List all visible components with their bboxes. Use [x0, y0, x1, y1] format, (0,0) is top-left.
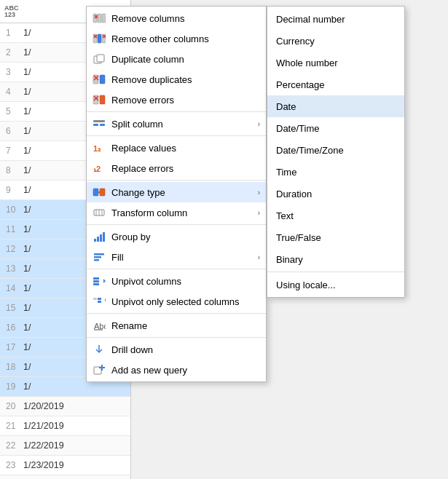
menu-divider [87, 111, 266, 112]
table-row: 201/20/2019 [0, 397, 130, 416]
unpivot-only-selected-label: Unpivot only selected columns [111, 296, 260, 307]
remove-other-columns-icon [93, 32, 106, 45]
table-row: 211/21/2019 [0, 416, 130, 436]
svg-rect-13 [97, 55, 104, 62]
datetimezone-label: Date/Time/Zone [276, 145, 344, 156]
true-false-label: True/False [276, 232, 321, 243]
svg-rect-34 [97, 237, 99, 242]
svg-rect-23 [93, 124, 98, 126]
unpivot-columns-label: Unpivot columns [111, 276, 260, 287]
menu-divider [87, 135, 266, 136]
menu-item-unpivot-only-selected[interactable]: Unpivot only selected columns [87, 291, 266, 312]
text-label: Text [276, 210, 294, 221]
split-column-label: Split column [111, 119, 252, 130]
drill-down-icon [93, 343, 106, 356]
menu-divider [87, 224, 266, 225]
svg-rect-19 [100, 95, 105, 104]
submenu-item-currency[interactable]: Currency [267, 30, 404, 52]
menu-item-unpivot-columns[interactable]: Unpivot columns [87, 271, 266, 291]
svg-rect-15 [100, 75, 105, 84]
menu-item-transform-column[interactable]: Transform column› [87, 202, 266, 223]
svg-rect-44 [98, 298, 101, 300]
svg-rect-38 [94, 256, 101, 258]
drill-down-label: Drill down [111, 344, 260, 355]
menu-item-group-by[interactable]: Group by [87, 226, 266, 247]
add-as-new-query-label: Add as new query [111, 365, 260, 376]
submenu-item-whole-number[interactable]: Whole number [267, 52, 404, 74]
submenu-arrow-icon: › [258, 120, 260, 128]
svg-rect-42 [93, 283, 99, 285]
percentage-label: Percentage [276, 79, 325, 90]
column-type-icon: ABC 123 [4, 5, 19, 18]
svg-rect-37 [94, 253, 104, 256]
rename-label: Rename [111, 320, 260, 331]
submenu-item-using-locale[interactable]: Using locale... [267, 274, 404, 296]
menu-divider [87, 337, 266, 338]
submenu-arrow-icon: › [258, 253, 260, 261]
rename-icon: Abc [93, 319, 106, 332]
transform-column-label: Transform column [111, 207, 252, 218]
change-type-icon [93, 186, 106, 199]
group-by-label: Group by [111, 231, 260, 242]
svg-text:Abc: Abc [94, 322, 106, 330]
menu-item-replace-values[interactable]: 1₂Replace values [87, 138, 266, 158]
svg-rect-41 [93, 280, 99, 282]
menu-item-fill[interactable]: Fill› [87, 247, 266, 267]
submenu-item-decimal-number[interactable]: Decimal number [267, 8, 404, 30]
context-menu[interactable]: Remove columnsRemove other columnsDuplic… [86, 6, 267, 382]
svg-rect-33 [94, 239, 96, 242]
menu-item-remove-errors[interactable]: Remove errors [87, 90, 266, 110]
remove-columns-icon [93, 12, 106, 25]
svg-rect-28 [100, 189, 105, 196]
menu-item-duplicate-column[interactable]: Duplicate column [87, 49, 266, 69]
fill-icon [93, 250, 106, 264]
submenu-item-percentage[interactable]: Percentage [267, 74, 404, 95]
submenu-item-text[interactable]: Text [267, 205, 404, 226]
svg-text:1₂: 1₂ [93, 144, 101, 153]
menu-item-remove-columns[interactable]: Remove columns [87, 8, 266, 28]
menu-item-remove-other-columns[interactable]: Remove other columns [87, 28, 266, 49]
svg-rect-27 [93, 189, 98, 196]
submenu-item-datetimezone[interactable]: Date/Time/Zone [267, 139, 404, 161]
submenu-item-datetime[interactable]: Date/Time [267, 117, 404, 139]
remove-duplicates-label: Remove duplicates [111, 74, 260, 85]
svg-rect-2 [102, 14, 106, 23]
submenu-change-type[interactable]: Decimal numberCurrencyWhole numberPercen… [267, 6, 405, 298]
submenu-item-date[interactable]: Date [267, 95, 404, 117]
svg-rect-1 [98, 14, 101, 23]
transform-column-icon [93, 206, 106, 219]
table-row: 231/23/2019 [0, 456, 130, 475]
whole-number-label: Whole number [276, 58, 338, 68]
svg-rect-39 [94, 259, 99, 261]
submenu-item-binary[interactable]: Binary [267, 248, 404, 270]
svg-rect-43 [93, 298, 97, 300]
submenu-item-time[interactable]: Time [267, 161, 404, 183]
decimal-number-label: Decimal number [276, 14, 345, 25]
submenu-item-duration[interactable]: Duration [267, 183, 404, 205]
menu-item-replace-errors[interactable]: ₁2Replace errors [87, 158, 266, 178]
menu-item-rename[interactable]: AbcRename [87, 315, 266, 336]
replace-values-icon: 1₂ [93, 141, 106, 154]
submenu-arrow-icon: › [258, 189, 260, 197]
menu-item-change-type[interactable]: Change type› [87, 182, 266, 202]
menu-item-remove-duplicates[interactable]: Remove duplicates [87, 69, 266, 90]
using-locale-label: Using locale... [276, 280, 336, 290]
svg-rect-40 [93, 277, 99, 280]
submenu-item-true-false[interactable]: True/False [267, 226, 404, 248]
menu-item-split-column[interactable]: Split column› [87, 114, 266, 134]
fill-label: Fill [111, 252, 252, 263]
add-as-new-query-icon [93, 363, 106, 376]
svg-rect-35 [100, 234, 102, 242]
menu-item-add-as-new-query[interactable]: Add as new query [87, 360, 266, 380]
svg-rect-24 [100, 124, 105, 126]
menu-divider [87, 313, 266, 314]
submenu-arrow-icon: › [258, 209, 260, 217]
time-label: Time [276, 167, 296, 178]
binary-label: Binary [276, 254, 303, 265]
duplicate-column-icon [93, 52, 106, 66]
submenu-divider [267, 272, 404, 272]
replace-errors-label: Replace errors [111, 163, 260, 174]
menu-item-drill-down[interactable]: Drill down [87, 339, 266, 360]
unpivot-only-selected-icon [93, 295, 106, 308]
split-column-icon [93, 117, 106, 130]
